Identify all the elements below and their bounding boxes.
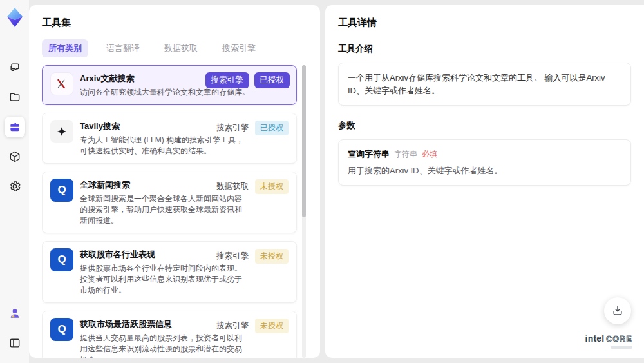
parameter-card: 查询字符串 字符串 必填 用于搜索的Arxiv ID、关键字或作者姓名。	[338, 139, 631, 186]
list-scrollbar[interactable]	[302, 65, 306, 358]
tool-description: 专为人工智能代理 (LLM) 构建的搜索引擎工具，可快速提供实时、准确和真实的结…	[80, 135, 289, 157]
app-window: 工具集 所有类别 语言翻译 数据获取 搜索引擎 A	[0, 0, 644, 363]
details-title: 工具详情	[338, 17, 631, 29]
tool-card-sector-performance[interactable]: Q 获取股市各行业表现 提供股票市场各个行业在特定时间段内的表现。投资者可以利用…	[42, 241, 297, 303]
tool-list: Arxiv文献搜索 访问各个研究领域大量科学论文和文章的存储库。 搜索引擎 已授…	[42, 65, 307, 358]
tool-description: 提供股票市场各个行业在特定时间段内的表现。投资者可以利用这些信息来识别表现优于或…	[80, 263, 289, 296]
tool-description: 提供当天交易量最高的股票列表，投资者可以利用这些信息来识别流动性强的股票和潜在的…	[80, 333, 289, 358]
tool-collection-panel: 工具集 所有类别 语言翻译 数据获取 搜索引擎 A	[29, 5, 320, 358]
intel-core-logo: intel core	[585, 334, 632, 349]
sidebar-item-chat[interactable]	[5, 57, 25, 78]
sidebar-item-tools[interactable]	[5, 117, 25, 137]
tool-intro-text: 一个用于从Arxiv存储库搜索科学论文和文章的工具。 输入可以是Arxiv ID…	[348, 72, 621, 97]
status-badge: 已授权	[255, 121, 289, 135]
sidebar	[0, 0, 29, 363]
status-badge: 未授权	[255, 179, 289, 194]
tool-card-tavily[interactable]: Tavily搜索 专为人工智能代理 (LLM) 构建的搜索引擎工具，可快速提供实…	[42, 113, 297, 164]
gear-icon	[8, 180, 21, 193]
cube-icon	[8, 150, 21, 163]
brand-intel: intel	[585, 334, 605, 343]
tab-search-engine[interactable]: 搜索引擎	[216, 39, 262, 57]
param-name: 查询字符串	[348, 148, 390, 160]
status-badge[interactable]: 已授权	[254, 72, 290, 88]
chat-icon	[8, 61, 21, 74]
tab-data-acquisition[interactable]: 数据获取	[158, 39, 204, 57]
status-badge: 未授权	[255, 249, 289, 264]
download-icon	[611, 304, 624, 317]
sidebar-item-settings[interactable]	[5, 176, 25, 197]
folder-icon	[8, 91, 21, 104]
param-type: 字符串	[394, 149, 417, 160]
panel-toggle-icon	[8, 337, 21, 349]
tool-description: 访问各个研究领域大量科学论文和文章的存储库。	[80, 87, 289, 98]
page-title: 工具集	[42, 17, 307, 29]
category-label: 搜索引擎	[216, 251, 249, 262]
panel-toggle-button[interactable]	[5, 333, 25, 353]
app-logo	[5, 6, 24, 28]
download-button[interactable]	[604, 297, 631, 324]
q-logo-icon: Q	[50, 318, 73, 341]
q-logo-icon: Q	[50, 179, 73, 202]
tool-card-active-stocks[interactable]: Q 获取市场最活跃股票信息 提供当天交易量最高的股票列表，投资者可以利用这些信息…	[42, 311, 297, 358]
briefcase-icon	[8, 121, 21, 133]
user-avatar[interactable]	[5, 303, 25, 324]
category-label: 搜索引擎	[216, 320, 249, 331]
tool-description: 全球新闻搜索是一个聚合全球各大新闻网站内容的搜索引擎，帮助用户快速获取全球最新资…	[80, 193, 289, 226]
content-area: 工具集 所有类别 语言翻译 数据获取 搜索引擎 A	[29, 0, 644, 363]
avatar-icon	[8, 307, 21, 320]
tab-language-translation[interactable]: 语言翻译	[100, 39, 146, 57]
status-badge: 未授权	[255, 319, 289, 333]
tool-card-global-news[interactable]: Q 全球新闻搜索 全球新闻搜索是一个聚合全球各大新闻网站内容的搜索引擎，帮助用户…	[42, 172, 297, 233]
sidebar-item-packages[interactable]	[5, 146, 25, 167]
tool-intro-card: 一个用于从Arxiv存储库搜索科学论文和文章的工具。 输入可以是Arxiv ID…	[338, 63, 631, 106]
category-tabs: 所有类别 语言翻译 数据获取 搜索引擎	[42, 39, 307, 57]
arxiv-chi-icon	[50, 72, 73, 95]
brand-sub-badge	[611, 346, 632, 349]
q-logo-icon: Q	[50, 248, 73, 271]
sidebar-item-files[interactable]	[5, 87, 25, 108]
params-heading: 参数	[338, 120, 631, 132]
category-label: 数据获取	[216, 181, 249, 192]
category-label: 搜索引擎	[216, 123, 249, 133]
param-required-flag: 必填	[422, 149, 437, 160]
four-point-star-icon	[50, 120, 73, 143]
param-description: 用于搜索的Arxiv ID、关键字或作者姓名。	[348, 165, 621, 177]
intro-heading: 工具介绍	[338, 43, 631, 55]
brand-core: core	[606, 335, 632, 343]
scrollbar-thumb[interactable]	[302, 65, 306, 217]
tool-details-panel: 工具详情 工具介绍 一个用于从Arxiv存储库搜索科学论文和文章的工具。 输入可…	[325, 5, 644, 358]
tab-all-categories[interactable]: 所有类别	[42, 39, 88, 57]
category-badge[interactable]: 搜索引擎	[205, 72, 249, 88]
tool-card-arxiv[interactable]: Arxiv文献搜索 访问各个研究领域大量科学论文和文章的存储库。 搜索引擎 已授…	[42, 65, 297, 105]
